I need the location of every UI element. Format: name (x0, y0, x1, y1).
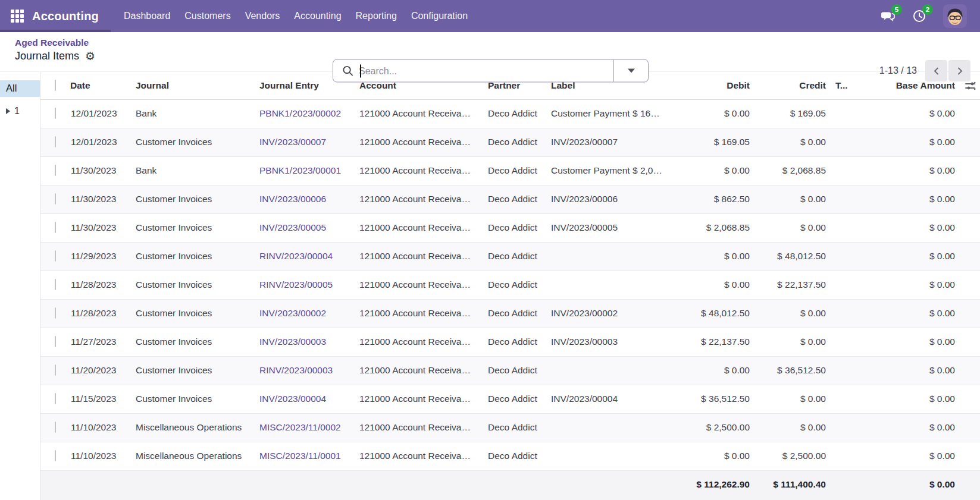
cell-date[interactable]: 11/30/2023 (70, 156, 136, 185)
cell-journal-entry[interactable]: PBNK1/2023/00002 (259, 99, 359, 128)
cell-debit[interactable]: $ 2,068.85 (683, 213, 759, 242)
cell-taxes[interactable] (835, 185, 871, 213)
menu-dashboard[interactable]: Dashboard (117, 0, 177, 32)
cell-label[interactable]: INV/2023/00007 (551, 128, 683, 156)
cell-journal[interactable]: Customer Invoices (136, 128, 259, 156)
row-checkbox[interactable] (55, 136, 56, 147)
cell-journal-entry[interactable]: INV/2023/00003 (259, 328, 359, 356)
cell-base-amount[interactable]: $ 0.00 (871, 299, 961, 328)
row-checkbox[interactable] (55, 279, 56, 290)
table-row[interactable]: 11/27/2023 Customer Invoices INV/2023/00… (40, 328, 980, 356)
cell-debit[interactable]: $ 169.05 (683, 128, 759, 156)
menu-configuration[interactable]: Configuration (404, 0, 475, 32)
cell-label[interactable]: INV/2023/00006 (551, 185, 683, 213)
cell-account[interactable]: 121000 Account Receiva… (359, 442, 488, 470)
col-header-date[interactable]: Date (70, 72, 136, 99)
cell-partner[interactable]: Deco Addict (488, 413, 551, 442)
cell-account[interactable]: 121000 Account Receiva… (359, 413, 488, 442)
cell-credit[interactable]: $ 22,137.50 (759, 271, 835, 299)
journal-entry-link[interactable]: RINV/2023/00004 (259, 251, 333, 261)
search-options-toggle[interactable] (613, 60, 648, 82)
cell-taxes[interactable] (835, 99, 871, 128)
row-checkbox[interactable] (55, 422, 56, 433)
table-row[interactable]: 11/30/2023 Bank PBNK1/2023/00001 121000 … (40, 156, 980, 185)
cell-credit[interactable]: $ 0.00 (759, 299, 835, 328)
cell-journal[interactable]: Customer Invoices (136, 185, 259, 213)
filter-group-1[interactable]: 1 (0, 106, 40, 117)
cell-label[interactable]: INV/2023/00005 (551, 213, 683, 242)
cell-partner[interactable]: Deco Addict (488, 299, 551, 328)
cell-taxes[interactable] (835, 128, 871, 156)
cell-base-amount[interactable]: $ 0.00 (871, 242, 961, 271)
action-gear-icon[interactable]: ⚙ (85, 51, 95, 62)
cell-date[interactable]: 11/30/2023 (70, 213, 136, 242)
cell-taxes[interactable] (835, 385, 871, 413)
cell-account[interactable]: 121000 Account Receiva… (359, 128, 488, 156)
cell-partner[interactable]: Deco Addict (488, 328, 551, 356)
cell-base-amount[interactable]: $ 0.00 (871, 128, 961, 156)
row-checkbox[interactable] (55, 108, 56, 119)
cell-account[interactable]: 121000 Account Receiva… (359, 185, 488, 213)
cell-date[interactable]: 11/10/2023 (70, 442, 136, 470)
pager-previous-button[interactable] (925, 60, 947, 81)
cell-taxes[interactable] (835, 213, 871, 242)
cell-credit[interactable]: $ 36,512.50 (759, 356, 835, 385)
cell-journal-entry[interactable]: INV/2023/00004 (259, 385, 359, 413)
cell-date[interactable]: 11/20/2023 (70, 356, 136, 385)
col-header-journal[interactable]: Journal (136, 72, 259, 99)
cell-taxes[interactable] (835, 356, 871, 385)
cell-partner[interactable]: Deco Addict (488, 213, 551, 242)
row-checkbox[interactable] (55, 250, 56, 262)
row-checkbox[interactable] (55, 393, 56, 404)
cell-base-amount[interactable]: $ 0.00 (871, 156, 961, 185)
cell-base-amount[interactable]: $ 0.00 (871, 413, 961, 442)
cell-journal-entry[interactable]: INV/2023/00005 (259, 213, 359, 242)
cell-debit[interactable]: $ 0.00 (683, 271, 759, 299)
cell-label[interactable] (551, 271, 683, 299)
menu-vendors[interactable]: Vendors (238, 0, 287, 32)
cell-debit[interactable]: $ 22,137.50 (683, 328, 759, 356)
cell-taxes[interactable] (835, 242, 871, 271)
col-header-taxes[interactable]: T... (835, 72, 871, 99)
cell-label[interactable] (551, 242, 683, 271)
user-avatar[interactable] (943, 4, 967, 28)
table-row[interactable]: 12/01/2023 Bank PBNK1/2023/00002 121000 … (40, 99, 980, 128)
cell-journal[interactable]: Customer Invoices (136, 213, 259, 242)
journal-entry-link[interactable]: INV/2023/00005 (259, 222, 326, 232)
cell-account[interactable]: 121000 Account Receiva… (359, 328, 488, 356)
cell-journal[interactable]: Bank (136, 99, 259, 128)
cell-label[interactable] (551, 413, 683, 442)
cell-credit[interactable]: $ 0.00 (759, 413, 835, 442)
cell-journal[interactable]: Bank (136, 156, 259, 185)
cell-date[interactable]: 12/01/2023 (70, 128, 136, 156)
cell-credit[interactable]: $ 169.05 (759, 99, 835, 128)
journal-entry-link[interactable]: RINV/2023/00005 (259, 279, 333, 290)
row-checkbox[interactable] (55, 165, 56, 176)
cell-debit[interactable]: $ 0.00 (683, 156, 759, 185)
cell-debit[interactable]: $ 36,512.50 (683, 385, 759, 413)
cell-base-amount[interactable]: $ 0.00 (871, 271, 961, 299)
table-row[interactable]: 11/30/2023 Customer Invoices INV/2023/00… (40, 185, 980, 213)
journal-entry-link[interactable]: MISC/2023/11/0001 (259, 451, 341, 461)
table-row[interactable]: 11/29/2023 Customer Invoices RINV/2023/0… (40, 242, 980, 271)
cell-journal-entry[interactable]: RINV/2023/00005 (259, 271, 359, 299)
cell-taxes[interactable] (835, 156, 871, 185)
cell-taxes[interactable] (835, 328, 871, 356)
cell-label[interactable]: Customer Payment $ 16… (551, 99, 683, 128)
cell-credit[interactable]: $ 0.00 (759, 328, 835, 356)
cell-journal-entry[interactable]: INV/2023/00006 (259, 185, 359, 213)
cell-base-amount[interactable]: $ 0.00 (871, 99, 961, 128)
cell-debit[interactable]: $ 862.50 (683, 185, 759, 213)
activities-button[interactable]: 2 (912, 9, 926, 23)
table-row[interactable]: 11/28/2023 Customer Invoices INV/2023/00… (40, 299, 980, 328)
cell-label[interactable]: INV/2023/00003 (551, 328, 683, 356)
menu-customers[interactable]: Customers (177, 0, 237, 32)
cell-base-amount[interactable]: $ 0.00 (871, 442, 961, 470)
row-checkbox[interactable] (55, 364, 56, 376)
cell-journal-entry[interactable]: RINV/2023/00003 (259, 356, 359, 385)
cell-taxes[interactable] (835, 299, 871, 328)
cell-debit[interactable]: $ 0.00 (683, 99, 759, 128)
cell-label[interactable] (551, 356, 683, 385)
cell-partner[interactable]: Deco Addict (488, 271, 551, 299)
cell-journal[interactable]: Customer Invoices (136, 299, 259, 328)
